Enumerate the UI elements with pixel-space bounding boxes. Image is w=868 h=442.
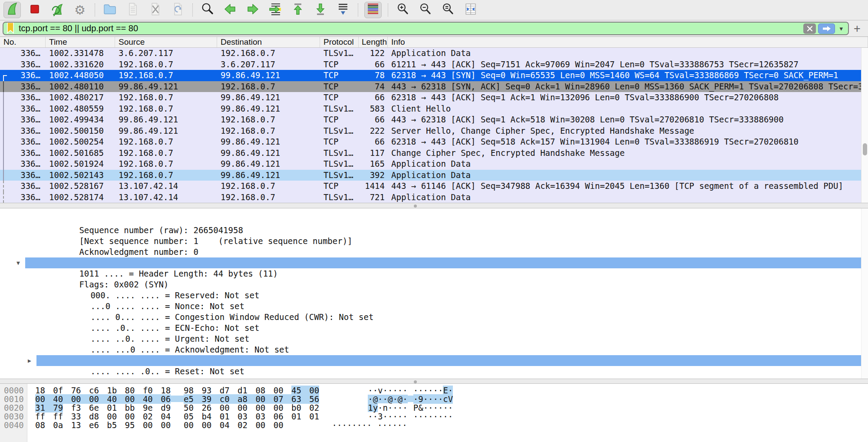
col-header-time[interactable]: Time: [46, 37, 115, 47]
packet-no: 336…: [0, 103, 46, 115]
filter-apply-button[interactable]: [818, 23, 835, 34]
close-file-button[interactable]: [146, 2, 164, 18]
filter-expression-text[interactable]: tcp.port == 80 || udp.port == 80: [15, 23, 803, 33]
detail-line[interactable]: Acknowledgment number (raw): 0: [25, 236, 861, 247]
document-close-icon: [148, 2, 162, 18]
packet-source: 99.86.49.121: [115, 125, 217, 137]
hex-row[interactable]: 0030ff ff 33 d8 00 00 02 0405 b4 01 03 0…: [0, 412, 868, 421]
go-back-button[interactable]: [221, 2, 239, 18]
packet-info: 443 → 61146 [ACK] Seq=347988 Ack=16394 W…: [388, 181, 861, 192]
col-header-source[interactable]: Source: [115, 37, 217, 47]
hex-offset: 0020: [0, 403, 35, 412]
detail-line[interactable]: Sequence number (raw): 2665041958: [25, 208, 861, 214]
detail-line[interactable]: .... ..0. .... = Urgent: Not set: [36, 312, 861, 323]
hex-ascii-highlight: ·9····cV: [413, 394, 453, 404]
hex-ascii: ········: [332, 421, 372, 429]
hex-offset: 0000: [0, 386, 35, 395]
scrollbar-thumb[interactable]: [863, 143, 867, 155]
details-scrollbar[interactable]: [861, 208, 868, 379]
col-header-info[interactable]: Info: [388, 37, 868, 47]
pane-splitter-top[interactable]: [0, 203, 868, 208]
col-header-destination[interactable]: Destination: [217, 37, 320, 47]
packet-destination: 192.168.0.7: [217, 48, 320, 59]
packet-row[interactable]: 336… 1002.500150 99.86.49.121 192.168.0.…: [0, 125, 861, 137]
main-toolbar: ⚙: [0, 0, 868, 20]
resize-columns-icon: [463, 2, 478, 18]
detail-line[interactable]: ...0 .... .... = Nonce: Not set: [36, 279, 861, 290]
detail-line[interactable]: ▶ .... .... ..1. = Syn: Set: [36, 355, 861, 366]
packet-row[interactable]: 336… 1002.500254 192.168.0.7 99.86.49.12…: [0, 136, 861, 148]
detail-line[interactable]: 000. .... .... = Reserved: Not set: [36, 268, 861, 279]
packet-row[interactable]: 336… 1002.480110 99.86.49.121 192.168.0.…: [0, 81, 861, 92]
toolbar-separator: [358, 3, 358, 16]
detail-line[interactable]: .... .... ...0 = Fin: Not set: [36, 366, 861, 377]
hex-row[interactable]: 002031 79 f3 6e 01 bb 9e d950 26 00 00 0…: [0, 403, 868, 412]
expander-triangle-icon[interactable]: ▶: [28, 355, 36, 366]
auto-scroll-button[interactable]: [334, 2, 352, 18]
detail-line[interactable]: .... .0.. .... = ECN-Echo: Not set: [36, 301, 861, 312]
packet-info: 62318 → 443 [SYN] Seq=0 Win=65535 Len=0 …: [388, 70, 861, 81]
filter-clear-button[interactable]: [803, 23, 816, 34]
detail-line[interactable]: [Next sequence number: 1 (relative seque…: [25, 214, 861, 225]
start-capture-button[interactable]: [3, 2, 21, 18]
packet-row[interactable]: 336… 1002.501685 192.168.0.7 99.86.49.12…: [0, 148, 861, 159]
packet-destination: 99.86.49.121: [217, 70, 320, 81]
detail-line[interactable]: .... .... .0.. = Reset: Not set: [36, 344, 861, 355]
packet-row[interactable]: 336… 1002.331620 192.168.0.7 3.6.207.117…: [0, 59, 861, 70]
filter-bookmark-icon[interactable]: [6, 22, 15, 35]
packet-length: 165: [359, 158, 388, 170]
packet-row[interactable]: 336… 1002.502143 192.168.0.7 99.86.49.12…: [0, 170, 861, 181]
hex-row[interactable]: 000018 0f 76 c6 1b 80 f0 1898 93 d7 d1 0…: [0, 386, 868, 395]
packet-protocol: TLSv1…: [320, 148, 359, 159]
go-forward-button[interactable]: [244, 2, 261, 18]
packet-row[interactable]: 336… 1002.448050 192.168.0.7 99.86.49.12…: [0, 70, 861, 81]
col-header-length[interactable]: Length: [359, 37, 388, 47]
detail-line[interactable]: Acknowledgment number: 0: [25, 225, 861, 236]
zoom-out-button[interactable]: [417, 2, 434, 18]
packet-length: 74: [359, 81, 388, 92]
magnifier-equals-icon: [441, 2, 455, 18]
packet-source: 192.168.0.7: [115, 148, 217, 159]
filter-dropdown-caret[interactable]: ▾: [835, 25, 846, 33]
packet-row[interactable]: 336… 1002.528167 13.107.42.14 192.168.0.…: [0, 181, 861, 192]
colorize-packets-button[interactable]: [364, 2, 382, 18]
display-filter-input[interactable]: tcp.port == 80 || udp.port == 80 ▾: [3, 22, 849, 35]
packet-list-pane: No. Time Source Destination Protocol Len…: [0, 37, 868, 203]
packet-row[interactable]: 336… 1002.501924 192.168.0.7 99.86.49.12…: [0, 158, 861, 170]
packet-row[interactable]: 336… 1002.480559 192.168.0.7 99.86.49.12…: [0, 103, 861, 115]
packet-row[interactable]: 336… 1002.528174 13.107.42.14 192.168.0.…: [0, 192, 861, 203]
detail-line[interactable]: 1011 .... = Header Length: 44 bytes (11): [25, 247, 861, 257]
pane-splitter-bottom[interactable]: [0, 379, 868, 384]
restart-capture-button[interactable]: [49, 2, 66, 18]
save-file-button[interactable]: [124, 2, 141, 18]
packet-list-scrollbar[interactable]: [861, 48, 868, 203]
hex-row[interactable]: 004008 0a 13 e6 b5 95 00 0000 00 04 02 0…: [0, 421, 868, 429]
stop-capture-button[interactable]: [26, 2, 43, 18]
zoom-original-button[interactable]: [439, 2, 457, 18]
packet-row[interactable]: 336… 1002.331478 3.6.207.117 192.168.0.7…: [0, 48, 861, 59]
packet-row[interactable]: 336… 1002.499434 99.86.49.121 192.168.0.…: [0, 114, 861, 125]
go-last-packet-button[interactable]: [312, 2, 329, 18]
go-to-packet-button[interactable]: [267, 2, 284, 18]
hex-row[interactable]: 001000 40 00 00 40 00 40 06e5 39 c0 a8 0…: [0, 395, 868, 403]
packet-destination: 192.168.0.7: [217, 192, 320, 203]
capture-options-button[interactable]: ⚙: [71, 2, 89, 18]
detail-line[interactable]: ▼ Flags: 0x002 (SYN): [25, 257, 861, 268]
packet-source: 13.107.42.14: [115, 181, 217, 192]
packet-row[interactable]: 336… 1002.480217 192.168.0.7 99.86.49.12…: [0, 92, 861, 103]
open-file-button[interactable]: [101, 2, 119, 18]
detail-line[interactable]: .... .... 0... = Push: Not set: [36, 333, 861, 344]
find-packet-button[interactable]: [199, 2, 216, 18]
filter-add-button[interactable]: +: [849, 21, 865, 36]
go-first-packet-button[interactable]: [289, 2, 307, 18]
col-header-no[interactable]: No.: [0, 37, 46, 47]
lines-down-arrow-icon: [336, 2, 350, 18]
detail-line[interactable]: .... 0... .... = Congestion Window Reduc…: [36, 290, 861, 301]
detail-line[interactable]: .... ...0 .... = Acknowledgment: Not set: [36, 323, 861, 333]
packet-info: 443 → 62318 [SYN, ACK] Seq=0 Ack=1 Win=2…: [388, 81, 861, 92]
col-header-protocol[interactable]: Protocol: [320, 37, 359, 47]
resize-columns-button[interactable]: [462, 2, 479, 18]
zoom-in-button[interactable]: [394, 2, 412, 18]
reload-file-button[interactable]: [169, 2, 186, 18]
expander-triangle-icon[interactable]: ▼: [17, 257, 24, 268]
